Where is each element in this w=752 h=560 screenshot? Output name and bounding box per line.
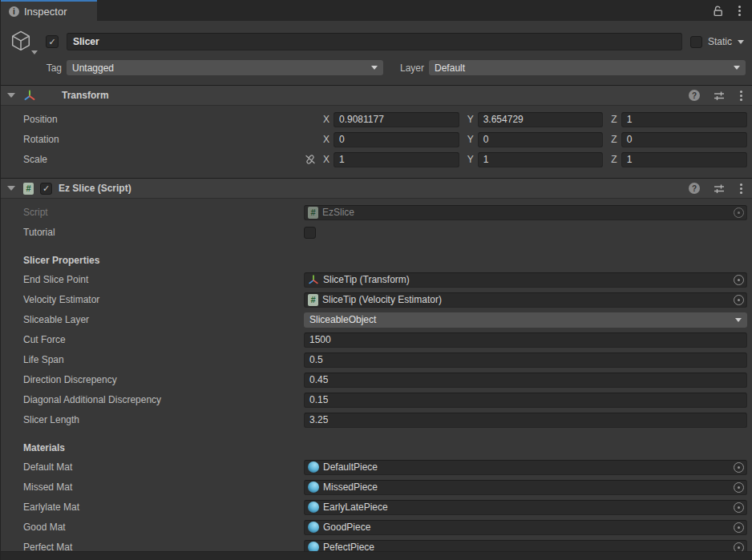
good-mat-value: GoodPiece [323,522,730,533]
end-slice-point-field[interactable]: SliceTip (Transform) [304,272,747,288]
default-mat-value: DefaultPiece [323,461,730,473]
object-picker-icon[interactable] [734,462,744,473]
tutorial-row: Tutorial [1,224,747,240]
panel-bottom-strip [1,551,752,560]
transform-foldout-icon[interactable] [7,93,15,98]
active-checkbox[interactable]: ✓ [46,35,59,48]
layer-dropdown[interactable]: Default [429,60,746,75]
script-row: Script # EzSlice [1,204,747,220]
transform-header[interactable]: Transform ? [1,86,752,106]
sliceable-layer-row: Sliceable Layer SliceableObject [1,312,747,328]
cut-force-value: 1500 [309,334,331,345]
transform-icon [23,89,36,102]
good-mat-row: Good Mat GoodPiece [1,519,747,535]
axis-z-label: Z [611,134,617,145]
script-object-field: # EzSlice [304,205,747,220]
tag-value: Untagged [72,62,371,74]
rotation-x-input[interactable]: 0 [334,132,459,147]
ezslice-foldout-icon[interactable] [7,186,15,191]
ezslice-menu-icon[interactable] [740,187,742,190]
good-mat-field[interactable]: GoodPiece [304,520,747,535]
rotation-row: Rotation X 0 Y 0 Z 0 [1,131,747,147]
rotation-y-input[interactable]: 0 [478,132,604,147]
scale-label: Scale [23,154,304,165]
tab-inspector[interactable]: i Inspector [1,0,97,21]
ezslice-body: Script # EzSlice Tutorial Slicer Propert… [1,199,752,560]
scale-fields: X 1 Y 1 Z 1 [323,152,747,167]
default-mat-row: Default Mat DefaultPiece [1,459,747,475]
tutorial-label: Tutorial [23,227,304,238]
scale-z-input[interactable]: 1 [621,152,747,167]
static-dropdown-icon[interactable] [738,40,744,44]
sliceable-layer-dropdown[interactable]: SliceableObject [304,312,747,328]
static-group: Static [690,36,746,48]
position-y-input[interactable]: 3.654729 [478,112,604,127]
earlylate-mat-field[interactable]: EarlyLatePiece [304,500,747,515]
cut-force-label: Cut Force [23,334,304,345]
rotation-z-value: 0 [627,134,633,145]
ezslice-title: Ez Slice (Script) [59,183,131,194]
gameobject-icon[interactable] [7,29,36,54]
slicer-length-input[interactable]: 3.25 [304,413,747,428]
tutorial-checkbox[interactable] [304,227,316,239]
axis-z-label: Z [611,154,617,165]
scale-row: Scale X 1 Y 1 [1,151,747,167]
help-icon[interactable]: ? [689,90,700,101]
position-z-value: 1 [627,114,633,125]
position-fields: X 0.9081177 Y 3.654729 Z 1 [323,112,747,127]
object-picker-icon [734,207,744,218]
panel-menu-icon[interactable] [738,10,741,12]
unlink-icon[interactable] [304,153,317,166]
default-mat-field[interactable]: DefaultPiece [304,460,747,475]
axis-z: Z 1 [611,112,747,127]
axis-x: X 1 [323,152,459,167]
cut-force-input[interactable]: 1500 [304,332,747,348]
material-icon [308,502,319,513]
life-span-input[interactable]: 0.5 [304,353,747,368]
presets-icon[interactable] [714,91,725,101]
object-picker-icon[interactable] [734,275,744,285]
object-picker-icon[interactable] [734,295,744,305]
rotation-z-input[interactable]: 0 [621,132,747,147]
velocity-estimator-field[interactable]: # SliceTip (Velocity Estimator) [304,292,747,308]
direction-discrepency-input[interactable]: 0.45 [304,373,747,388]
axis-y: Y 1 [467,152,604,167]
layer-value: Default [435,62,734,74]
name-input[interactable]: Slicer [67,33,682,50]
cut-force-row: Cut Force 1500 [1,332,747,348]
position-x-value: 0.9081177 [339,114,384,125]
sliceable-layer-value: SliceableObject [309,314,735,325]
object-picker-icon[interactable] [734,522,744,533]
transform-title: Transform [62,90,109,101]
static-checkbox[interactable] [690,36,702,48]
scale-y-input[interactable]: 1 [478,152,604,167]
direction-discrepency-row: Direction Discrepency 0.45 [1,372,747,388]
missed-mat-row: Missed Mat MissedPiece [1,479,747,495]
missed-mat-label: Missed Mat [23,481,304,493]
tag-dropdown[interactable]: Untagged [67,60,383,75]
ezslice-header[interactable]: # ✓ Ez Slice (Script) ? [1,179,752,199]
position-z-input[interactable]: 1 [621,112,747,127]
tab-bar: i Inspector [1,0,752,21]
position-x-input[interactable]: 0.9081177 [334,112,459,127]
object-picker-icon[interactable] [734,482,744,493]
help-icon[interactable]: ? [689,183,700,194]
material-icon [308,522,319,533]
axis-y-label: Y [467,154,474,165]
tab-label: Inspector [24,6,67,18]
object-picker-icon[interactable] [734,502,744,513]
slicer-length-value: 3.25 [309,414,328,425]
sliceable-layer-label: Sliceable Layer [23,314,304,325]
slicer-length-label: Slicer Length [23,414,304,425]
scale-x-value: 1 [339,154,345,165]
unlock-icon[interactable] [713,5,724,17]
material-icon [308,481,319,493]
missed-mat-field[interactable]: MissedPiece [304,480,747,495]
presets-icon[interactable] [714,183,725,194]
tag-caret-icon [371,66,378,70]
script-file-icon: # [308,207,318,219]
ezslice-enabled-checkbox[interactable]: ✓ [40,183,52,195]
transform-menu-icon[interactable] [740,95,742,97]
diagonal-additional-discrepency-input[interactable]: 0.15 [304,393,747,408]
scale-x-input[interactable]: 1 [334,152,459,167]
